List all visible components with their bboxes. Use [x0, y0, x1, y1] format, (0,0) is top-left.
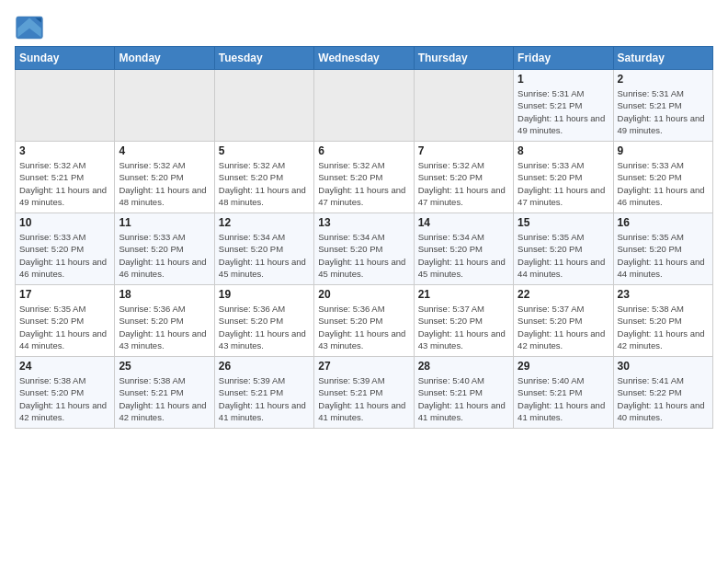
- day-number: 29: [518, 360, 609, 373]
- calendar-cell: 15Sunrise: 5:35 AM Sunset: 5:20 PM Dayli…: [514, 213, 613, 285]
- header-day-thursday: Thursday: [414, 47, 513, 70]
- cell-info: Sunrise: 5:33 AM Sunset: 5:20 PM Dayligh…: [19, 231, 110, 280]
- day-number: 15: [518, 216, 609, 229]
- calendar-cell: 25Sunrise: 5:38 AM Sunset: 5:21 PM Dayli…: [115, 357, 214, 429]
- calendar-cell: 28Sunrise: 5:40 AM Sunset: 5:21 PM Dayli…: [414, 357, 513, 429]
- header-day-sunday: Sunday: [16, 47, 115, 70]
- calendar-cell: [214, 70, 313, 142]
- day-number: 3: [19, 144, 110, 157]
- calendar-cell: 1Sunrise: 5:31 AM Sunset: 5:21 PM Daylig…: [514, 70, 613, 142]
- day-number: 12: [219, 216, 310, 229]
- day-number: 5: [219, 144, 310, 157]
- calendar-cell: 4Sunrise: 5:32 AM Sunset: 5:20 PM Daylig…: [115, 142, 214, 213]
- cell-info: Sunrise: 5:34 AM Sunset: 5:20 PM Dayligh…: [418, 231, 509, 280]
- day-number: 16: [618, 216, 709, 229]
- cell-info: Sunrise: 5:38 AM Sunset: 5:20 PM Dayligh…: [19, 374, 110, 423]
- cell-info: Sunrise: 5:31 AM Sunset: 5:21 PM Dayligh…: [518, 87, 609, 136]
- week-row-1: 1Sunrise: 5:31 AM Sunset: 5:21 PM Daylig…: [16, 70, 713, 142]
- calendar-cell: 22Sunrise: 5:37 AM Sunset: 5:20 PM Dayli…: [514, 285, 613, 357]
- cell-info: Sunrise: 5:37 AM Sunset: 5:20 PM Dayligh…: [418, 303, 509, 351]
- day-number: 19: [219, 288, 310, 301]
- cell-info: Sunrise: 5:35 AM Sunset: 5:20 PM Dayligh…: [19, 303, 110, 351]
- day-number: 4: [119, 144, 210, 157]
- day-number: 6: [318, 144, 409, 157]
- cell-info: Sunrise: 5:35 AM Sunset: 5:20 PM Dayligh…: [618, 231, 709, 280]
- calendar-cell: 27Sunrise: 5:39 AM Sunset: 5:21 PM Dayli…: [314, 357, 414, 429]
- calendar-cell: 11Sunrise: 5:33 AM Sunset: 5:20 PM Dayli…: [115, 213, 214, 285]
- calendar-cell: 21Sunrise: 5:37 AM Sunset: 5:20 PM Dayli…: [414, 285, 513, 357]
- calendar-cell: 3Sunrise: 5:32 AM Sunset: 5:21 PM Daylig…: [16, 142, 115, 213]
- cell-info: Sunrise: 5:39 AM Sunset: 5:21 PM Dayligh…: [318, 374, 409, 423]
- cell-info: Sunrise: 5:41 AM Sunset: 5:22 PM Dayligh…: [618, 374, 709, 423]
- cell-info: Sunrise: 5:32 AM Sunset: 5:20 PM Dayligh…: [418, 159, 509, 208]
- calendar-cell: 19Sunrise: 5:36 AM Sunset: 5:20 PM Dayli…: [214, 285, 313, 357]
- day-number: 24: [19, 360, 110, 373]
- page-container: SundayMondayTuesdayWednesdayThursdayFrid…: [0, 0, 728, 436]
- header-day-wednesday: Wednesday: [314, 47, 414, 70]
- cell-info: Sunrise: 5:40 AM Sunset: 5:21 PM Dayligh…: [418, 374, 509, 423]
- calendar-cell: 16Sunrise: 5:35 AM Sunset: 5:20 PM Dayli…: [613, 213, 712, 285]
- logo-icon: [15, 15, 44, 40]
- cell-info: Sunrise: 5:35 AM Sunset: 5:20 PM Dayligh…: [518, 231, 609, 280]
- calendar-cell: 5Sunrise: 5:32 AM Sunset: 5:20 PM Daylig…: [214, 142, 313, 213]
- day-number: 21: [418, 288, 509, 301]
- day-number: 2: [618, 73, 709, 86]
- header-day-monday: Monday: [115, 47, 214, 70]
- calendar-cell: 18Sunrise: 5:36 AM Sunset: 5:20 PM Dayli…: [115, 285, 214, 357]
- day-number: 25: [119, 360, 210, 373]
- calendar-cell: 24Sunrise: 5:38 AM Sunset: 5:20 PM Dayli…: [16, 357, 115, 429]
- calendar-header: SundayMondayTuesdayWednesdayThursdayFrid…: [16, 47, 713, 70]
- cell-info: Sunrise: 5:33 AM Sunset: 5:20 PM Dayligh…: [618, 159, 709, 208]
- day-number: 27: [318, 360, 409, 373]
- cell-info: Sunrise: 5:34 AM Sunset: 5:20 PM Dayligh…: [219, 231, 310, 280]
- header-day-saturday: Saturday: [613, 47, 712, 70]
- calendar-cell: [115, 70, 214, 142]
- week-row-4: 17Sunrise: 5:35 AM Sunset: 5:20 PM Dayli…: [16, 285, 713, 357]
- cell-info: Sunrise: 5:32 AM Sunset: 5:21 PM Dayligh…: [19, 159, 110, 208]
- cell-info: Sunrise: 5:33 AM Sunset: 5:20 PM Dayligh…: [119, 231, 210, 280]
- header: [15, 11, 713, 40]
- day-number: 23: [618, 288, 709, 301]
- cell-info: Sunrise: 5:32 AM Sunset: 5:20 PM Dayligh…: [119, 159, 210, 208]
- cell-info: Sunrise: 5:36 AM Sunset: 5:20 PM Dayligh…: [318, 303, 409, 351]
- day-number: 7: [418, 144, 509, 157]
- calendar-cell: 7Sunrise: 5:32 AM Sunset: 5:20 PM Daylig…: [414, 142, 513, 213]
- cell-info: Sunrise: 5:39 AM Sunset: 5:21 PM Dayligh…: [219, 374, 310, 423]
- day-number: 14: [418, 216, 509, 229]
- cell-info: Sunrise: 5:36 AM Sunset: 5:20 PM Dayligh…: [219, 303, 310, 351]
- calendar-cell: 23Sunrise: 5:38 AM Sunset: 5:20 PM Dayli…: [613, 285, 712, 357]
- day-number: 18: [119, 288, 210, 301]
- week-row-5: 24Sunrise: 5:38 AM Sunset: 5:20 PM Dayli…: [16, 357, 713, 429]
- day-number: 13: [318, 216, 409, 229]
- cell-info: Sunrise: 5:33 AM Sunset: 5:20 PM Dayligh…: [518, 159, 609, 208]
- calendar-cell: [314, 70, 414, 142]
- calendar-cell: 2Sunrise: 5:31 AM Sunset: 5:21 PM Daylig…: [613, 70, 712, 142]
- calendar-cell: [16, 70, 115, 142]
- cell-info: Sunrise: 5:38 AM Sunset: 5:20 PM Dayligh…: [618, 303, 709, 351]
- calendar-cell: 30Sunrise: 5:41 AM Sunset: 5:22 PM Dayli…: [613, 357, 712, 429]
- day-number: 20: [318, 288, 409, 301]
- day-number: 9: [618, 144, 709, 157]
- calendar-cell: 14Sunrise: 5:34 AM Sunset: 5:20 PM Dayli…: [414, 213, 513, 285]
- calendar-cell: 9Sunrise: 5:33 AM Sunset: 5:20 PM Daylig…: [613, 142, 712, 213]
- day-number: 26: [219, 360, 310, 373]
- cell-info: Sunrise: 5:31 AM Sunset: 5:21 PM Dayligh…: [618, 87, 709, 136]
- cell-info: Sunrise: 5:40 AM Sunset: 5:21 PM Dayligh…: [518, 374, 609, 423]
- cell-info: Sunrise: 5:32 AM Sunset: 5:20 PM Dayligh…: [219, 159, 310, 208]
- logo: [15, 15, 48, 40]
- day-number: 28: [418, 360, 509, 373]
- calendar-cell: 26Sunrise: 5:39 AM Sunset: 5:21 PM Dayli…: [214, 357, 313, 429]
- header-day-tuesday: Tuesday: [214, 47, 313, 70]
- cell-info: Sunrise: 5:37 AM Sunset: 5:20 PM Dayligh…: [518, 303, 609, 351]
- week-row-3: 10Sunrise: 5:33 AM Sunset: 5:20 PM Dayli…: [16, 213, 713, 285]
- calendar-cell: [414, 70, 513, 142]
- calendar-cell: 10Sunrise: 5:33 AM Sunset: 5:20 PM Dayli…: [16, 213, 115, 285]
- calendar-cell: 20Sunrise: 5:36 AM Sunset: 5:20 PM Dayli…: [314, 285, 414, 357]
- day-number: 10: [19, 216, 110, 229]
- cell-info: Sunrise: 5:36 AM Sunset: 5:20 PM Dayligh…: [119, 303, 210, 351]
- calendar-cell: 8Sunrise: 5:33 AM Sunset: 5:20 PM Daylig…: [514, 142, 613, 213]
- cell-info: Sunrise: 5:34 AM Sunset: 5:20 PM Dayligh…: [318, 231, 409, 280]
- day-number: 30: [618, 360, 709, 373]
- day-number: 17: [19, 288, 110, 301]
- calendar-cell: 12Sunrise: 5:34 AM Sunset: 5:20 PM Dayli…: [214, 213, 313, 285]
